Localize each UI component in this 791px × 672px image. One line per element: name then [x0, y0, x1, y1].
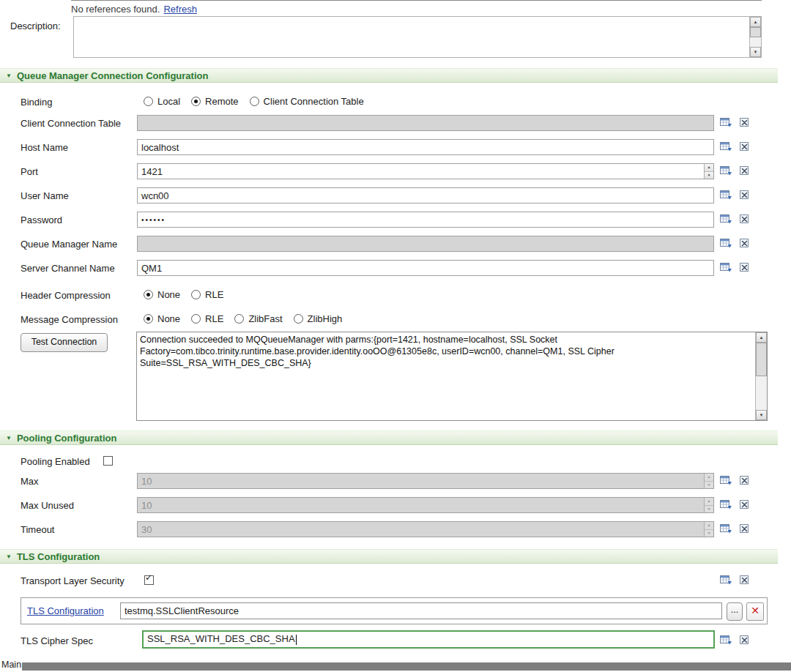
field-value: 1421	[141, 166, 163, 177]
clear-field-icon[interactable]	[739, 499, 751, 510]
spinner-up-icon[interactable]: ▲	[705, 164, 713, 172]
scrollbar-thumb[interactable]	[750, 27, 761, 37]
transport-layer-security-row: Transport Layer Security ✓	[0, 572, 791, 589]
radio-rle[interactable]: RLE	[191, 289, 223, 300]
collapse-icon[interactable]: ▼	[6, 435, 12, 441]
radio-selected-icon[interactable]	[144, 290, 153, 299]
scroll-up-icon[interactable]: ▲	[750, 17, 761, 27]
spinner-down-icon[interactable]: ▼	[705, 506, 713, 513]
description-textarea[interactable]: ▲ ▼	[73, 16, 762, 58]
user-name-input[interactable]: wcn00	[137, 187, 714, 204]
section-header-pooling[interactable]: ▼ Pooling Configuration	[0, 430, 778, 445]
radio-icon[interactable]	[144, 97, 153, 106]
module-property-picker-icon[interactable]	[720, 190, 732, 201]
clear-field-icon[interactable]	[739, 635, 751, 646]
spinner-up-icon[interactable]: ▲	[705, 498, 713, 506]
tls-configuration-input[interactable]: testmq.SSLClientResource	[120, 602, 722, 619]
radio-icon[interactable]	[234, 314, 244, 324]
radio-icon[interactable]	[191, 314, 201, 324]
test-connection-result[interactable]: Connection succeeded to MQQueueManager w…	[136, 332, 768, 421]
clear-field-icon[interactable]	[739, 117, 751, 128]
password-input[interactable]: ••••••	[137, 212, 714, 228]
collapse-icon[interactable]: ▼	[6, 72, 12, 79]
max-input[interactable]: 10 ▲▼	[137, 473, 714, 489]
clear-field-icon[interactable]	[739, 238, 751, 249]
clear-field-icon[interactable]	[739, 523, 751, 534]
radio-client-connection-table[interactable]: Client Connection Table	[250, 96, 364, 107]
module-property-picker-icon[interactable]	[720, 141, 732, 152]
result-scrollbar[interactable]: ▲ ▼	[755, 332, 767, 420]
text-cursor	[296, 635, 297, 645]
module-property-picker-icon[interactable]	[720, 238, 732, 249]
module-property-picker-icon[interactable]	[720, 262, 732, 273]
scroll-up-icon[interactable]: ▲	[756, 332, 767, 343]
server-channel-name-input[interactable]: QM1	[137, 260, 714, 276]
client-connection-table-label: Client Connection Table	[21, 118, 121, 129]
pooling-enabled-checkbox[interactable]	[103, 456, 113, 466]
port-spinner[interactable]: ▲▼	[704, 164, 713, 179]
module-property-picker-icon[interactable]	[720, 575, 732, 586]
scrollbar-thumb[interactable]	[756, 343, 767, 376]
module-property-picker-icon[interactable]	[720, 214, 732, 225]
transport-layer-security-checkbox[interactable]: ✓	[144, 575, 154, 585]
timeout-spinner[interactable]: ▲▼	[704, 522, 713, 537]
spinner-up-icon[interactable]: ▲	[705, 522, 713, 530]
browse-button[interactable]: ...	[727, 602, 743, 621]
client-connection-table-input[interactable]	[137, 115, 714, 131]
radio-rle[interactable]: RLE	[191, 313, 223, 324]
spinner-down-icon[interactable]: ▼	[705, 530, 713, 537]
clear-field-icon[interactable]	[739, 575, 751, 586]
spinner-down-icon[interactable]: ▼	[705, 482, 713, 489]
timeout-input[interactable]: 30 ▲▼	[137, 521, 714, 537]
radio-remote[interactable]: Remote	[191, 96, 239, 107]
clear-field-icon[interactable]	[739, 165, 751, 176]
section-title: TLS Configuration	[17, 551, 100, 562]
module-property-picker-icon[interactable]	[720, 635, 732, 646]
field-value: QM1	[141, 263, 162, 274]
binding-radio-group: Local Remote Client Connection Table	[144, 96, 364, 107]
radio-selected-icon[interactable]	[144, 314, 153, 324]
message-compression-radio-group: None RLE ZlibFast ZlibHigh	[144, 313, 342, 324]
module-property-picker-icon[interactable]	[720, 117, 732, 128]
module-property-picker-icon[interactable]	[720, 165, 732, 176]
port-label: Port	[21, 166, 38, 177]
clear-field-icon[interactable]	[739, 190, 751, 201]
radio-none[interactable]: None	[144, 289, 180, 300]
radio-icon[interactable]	[294, 314, 303, 324]
radio-icon[interactable]	[191, 290, 201, 299]
scroll-down-icon[interactable]: ▼	[750, 47, 761, 57]
clear-field-icon[interactable]	[739, 475, 751, 486]
module-property-picker-icon[interactable]	[720, 475, 732, 486]
radio-local[interactable]: Local	[144, 96, 180, 107]
module-property-picker-icon[interactable]	[720, 499, 732, 510]
remove-tls-configuration-icon[interactable]: ✕	[746, 602, 764, 621]
clear-field-icon[interactable]	[739, 141, 751, 152]
module-property-picker-icon[interactable]	[720, 523, 732, 534]
max-unused-input[interactable]: 10 ▲▼	[137, 497, 714, 513]
host-name-input[interactable]: localhost	[137, 139, 714, 155]
scroll-down-icon[interactable]: ▼	[756, 410, 767, 420]
section-header-tls[interactable]: ▼ TLS Configuration	[0, 549, 778, 564]
radio-icon[interactable]	[250, 97, 259, 106]
spinner-down-icon[interactable]: ▼	[705, 172, 713, 179]
max-unused-spinner[interactable]: ▲▼	[704, 498, 713, 512]
description-scrollbar[interactable]: ▲ ▼	[749, 17, 761, 57]
radio-none[interactable]: None	[144, 313, 180, 324]
test-connection-button[interactable]: Test Connection	[21, 333, 108, 352]
radio-zlibfast[interactable]: ZlibFast	[234, 313, 282, 324]
tls-configuration-link[interactable]: TLS Configuration	[27, 605, 104, 616]
port-input[interactable]: 1421 ▲▼	[137, 163, 714, 179]
tab-main[interactable]: Main	[1, 660, 21, 670]
queue-manager-name-input[interactable]	[137, 236, 714, 252]
tls-cipher-spec-input[interactable]: SSL_RSA_WITH_DES_CBC_SHA	[142, 630, 715, 649]
radio-zlibhigh[interactable]: ZlibHigh	[294, 313, 343, 324]
refresh-link[interactable]: Refresh	[163, 4, 197, 15]
section-header-queue-manager-connection[interactable]: ▼ Queue Manager Connection Configuration	[0, 68, 778, 83]
radio-selected-icon[interactable]	[191, 97, 201, 106]
max-spinner[interactable]: ▲▼	[704, 474, 713, 488]
spinner-up-icon[interactable]: ▲	[705, 474, 713, 482]
clear-field-icon[interactable]	[739, 262, 751, 273]
horizontal-scrollbar[interactable]	[22, 662, 791, 671]
collapse-icon[interactable]: ▼	[6, 553, 12, 560]
clear-field-icon[interactable]	[739, 214, 751, 225]
